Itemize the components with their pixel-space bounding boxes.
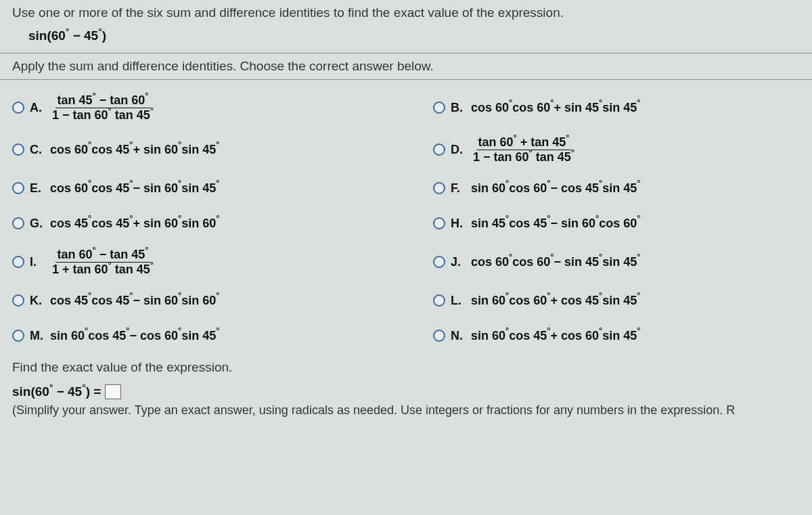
- choice-label-B: B.: [451, 101, 466, 115]
- choice-label-M: M.: [30, 329, 45, 343]
- choice-expr-J: cos 60° cos 60° − sin 45° sin 45°: [471, 255, 640, 269]
- choice-C[interactable]: C. cos 60° cos 45° + sin 60° sin 45°: [12, 131, 379, 168]
- choice-F[interactable]: F. sin 60° cos 60° − cos 45° sin 45°: [433, 173, 800, 203]
- choice-I[interactable]: I. tan 60° − tan 45° 1 + tan 60° tan 45°: [12, 244, 379, 280]
- answer-input[interactable]: [105, 384, 121, 399]
- question-section: Use one or more of the six sum and diffe…: [0, 0, 812, 53]
- radio-L[interactable]: [433, 294, 445, 307]
- choice-expr-K: cos 45° cos 45° − sin 60° sin 60°: [50, 294, 219, 308]
- choice-expr-C: cos 60° cos 45° + sin 60° sin 45°: [50, 143, 219, 157]
- choice-expr-B: cos 60° cos 60° + sin 45° sin 45°: [471, 101, 640, 115]
- choice-label-C: C.: [30, 143, 45, 157]
- choice-label-E: E.: [30, 181, 45, 196]
- choice-A[interactable]: A. tan 45° − tan 60° 1 − tan 60° tan 45°: [12, 89, 379, 126]
- choice-expr-E: cos 60° cos 45° − sin 60° sin 45°: [50, 181, 219, 196]
- choice-label-A: A.: [30, 101, 45, 115]
- radio-M[interactable]: [12, 330, 24, 342]
- choice-expr-A: tan 45° − tan 60° 1 − tan 60° tan 45°: [50, 94, 156, 122]
- choice-expr-L: sin 60° cos 60° + cos 45° sin 45°: [471, 294, 640, 308]
- radio-C[interactable]: [12, 143, 24, 156]
- choice-expr-M: sin 60° cos 45° − cos 60° sin 45°: [50, 329, 219, 343]
- choice-E[interactable]: E. cos 60° cos 45° − sin 60° sin 45°: [12, 173, 379, 203]
- choice-expr-I: tan 60° − tan 45° 1 + tan 60° tan 45°: [50, 248, 156, 276]
- choice-label-L: L.: [451, 294, 466, 308]
- choice-expr-H: sin 45° cos 45° − sin 60° cos 60°: [471, 217, 640, 231]
- choices-grid: A. tan 45° − tan 60° 1 − tan 60° tan 45°…: [0, 80, 812, 353]
- choice-expr-G: cos 45° cos 45° + sin 60° sin 60°: [50, 217, 219, 231]
- radio-N[interactable]: [433, 330, 445, 342]
- radio-D[interactable]: [433, 143, 445, 156]
- radio-B[interactable]: [433, 102, 445, 114]
- choice-D[interactable]: D. tan 60° + tan 45° 1 − tan 60° tan 45°: [433, 131, 800, 168]
- choice-expr-F: sin 60° cos 60° − cos 45° sin 45°: [471, 181, 640, 196]
- answer-line: sin(60° − 45°) =: [12, 384, 800, 399]
- choice-N[interactable]: N. sin 60° cos 45° + cos 60° sin 45°: [433, 321, 800, 351]
- choice-label-K: K.: [30, 294, 45, 308]
- choice-H[interactable]: H. sin 45° cos 45° − sin 60° cos 60°: [433, 208, 800, 238]
- bottom-section: Find the exact value of the expression. …: [0, 353, 812, 424]
- choice-B[interactable]: B. cos 60° cos 60° + sin 45° sin 45°: [433, 89, 800, 126]
- question-prompt: Use one or more of the six sum and diffe…: [12, 5, 800, 20]
- answer-expression: sin(60° − 45°) =: [12, 384, 101, 399]
- radio-A[interactable]: [12, 102, 24, 114]
- radio-E[interactable]: [12, 182, 24, 194]
- find-exact-value-text: Find the exact value of the expression.: [12, 360, 800, 375]
- choice-label-I: I.: [30, 255, 45, 269]
- choice-expr-N: sin 60° cos 45° + cos 60° sin 45°: [471, 329, 640, 343]
- choice-G[interactable]: G. cos 45° cos 45° + sin 60° sin 60°: [12, 208, 379, 238]
- choice-expr-D: tan 60° + tan 45° 1 − tan 60° tan 45°: [471, 136, 577, 164]
- question-expression: sin(60° − 45°): [28, 28, 800, 43]
- instruction-text: Apply the sum and difference identities.…: [0, 53, 812, 80]
- choice-label-H: H.: [451, 217, 466, 231]
- answer-hint: (Simplify your answer. Type an exact ans…: [12, 403, 800, 418]
- choice-J[interactable]: J. cos 60° cos 60° − sin 45° sin 45°: [433, 244, 800, 280]
- choice-label-F: F.: [451, 181, 466, 196]
- question-container: Use one or more of the six sum and diffe…: [0, 0, 812, 424]
- choice-M[interactable]: M. sin 60° cos 45° − cos 60° sin 45°: [12, 321, 379, 351]
- choice-K[interactable]: K. cos 45° cos 45° − sin 60° sin 60°: [12, 286, 379, 315]
- choice-label-G: G.: [30, 217, 45, 231]
- choice-label-D: D.: [451, 143, 466, 157]
- radio-I[interactable]: [12, 256, 24, 268]
- radio-H[interactable]: [433, 217, 445, 229]
- radio-F[interactable]: [433, 182, 445, 194]
- radio-G[interactable]: [12, 217, 24, 229]
- radio-K[interactable]: [12, 294, 24, 307]
- choice-label-N: N.: [451, 329, 466, 343]
- choice-label-J: J.: [451, 255, 466, 269]
- choice-L[interactable]: L. sin 60° cos 60° + cos 45° sin 45°: [433, 286, 800, 315]
- radio-J[interactable]: [433, 256, 445, 268]
